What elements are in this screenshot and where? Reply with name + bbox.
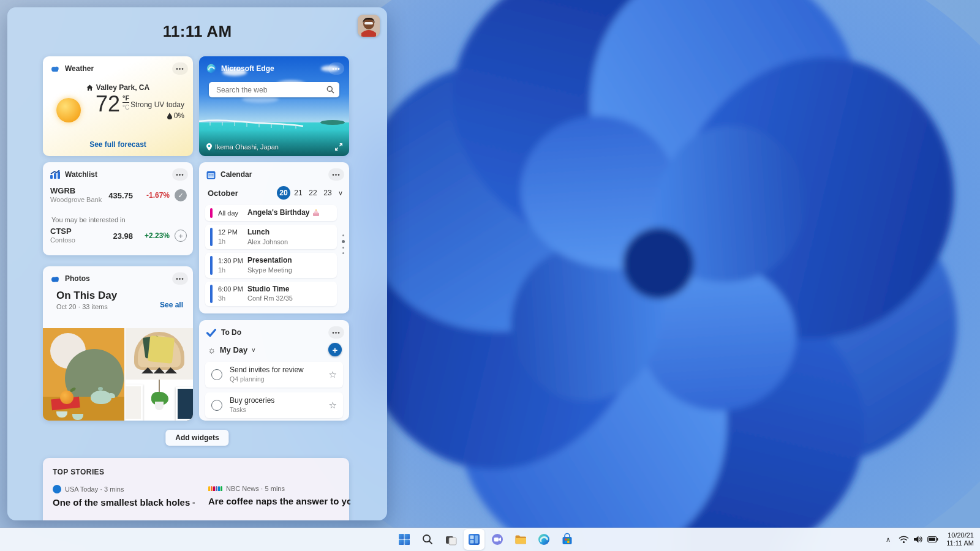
task-row-send-invites[interactable]: Send invites for review Q4 planning ☆ — [205, 362, 343, 388]
taskbar-date: 10/20/21 — [946, 531, 974, 539]
folder-icon — [514, 533, 527, 546]
news-story-usa-today[interactable]: USA Today · 3 mins One of the smallest b… — [53, 485, 195, 508]
weather-menu-button[interactable]: ••• — [172, 62, 188, 75]
search-input[interactable] — [215, 85, 326, 95]
photos-menu-button[interactable]: ••• — [172, 272, 188, 285]
stock-company: Contoso — [50, 236, 113, 244]
edge-logo-icon — [206, 64, 216, 73]
task-row-buy-groceries[interactable]: Buy groceries Tasks ☆ — [205, 392, 343, 418]
expand-icon[interactable] — [334, 143, 343, 151]
todo-list-chevron-icon[interactable]: ∨ — [251, 347, 255, 353]
widgets-icon — [467, 533, 481, 546]
calendar-expand-chevron-icon[interactable]: ∨ — [338, 189, 343, 197]
top-stories-heading: TOP STORIES — [53, 468, 339, 476]
photos-title: Photos — [65, 274, 167, 283]
photos-widget[interactable]: Photos ••• On This Day Oct 20 · 33 items… — [43, 266, 193, 421]
calendar-event-lunch[interactable]: 12 PM 1h Lunch Alex Johnson — [205, 225, 337, 249]
panel-clock: 11:11 AM — [7, 22, 387, 41]
calendar-menu-button[interactable]: ••• — [328, 168, 344, 181]
event-subtitle: Skype Meeting — [247, 266, 292, 275]
temperature-value: 72 — [96, 93, 120, 115]
todo-title: To Do — [221, 328, 323, 337]
event-title: Presentation — [247, 256, 292, 266]
unit-fahrenheit-toggle[interactable]: °F — [123, 94, 129, 103]
stock-row-wgrb[interactable]: WGRB Woodgrove Bank 435.75 -1.67% ✓ — [50, 187, 187, 204]
todo-widget[interactable]: To Do ••• ☼ My Day ∨ + Send invites for … — [199, 320, 349, 421]
see-full-forecast-link[interactable]: See full forecast — [43, 140, 193, 149]
user-avatar[interactable] — [358, 15, 380, 37]
weather-widget[interactable]: Weather ••• Valley Park, CA 72 °F °C Str… — [43, 56, 193, 156]
event-duration: 1h — [218, 266, 247, 275]
edge-logo-icon — [537, 533, 551, 546]
task-star-icon[interactable]: ☆ — [329, 400, 337, 411]
search-icon[interactable] — [326, 86, 334, 94]
task-checkbox[interactable] — [211, 400, 222, 411]
volume-icon[interactable] — [913, 535, 923, 544]
add-widgets-button[interactable]: Add widgets — [165, 430, 228, 446]
event-color-bar — [210, 228, 213, 246]
weather-cloud-icon — [50, 65, 60, 72]
calendar-day-23[interactable]: 23 — [321, 186, 334, 200]
todo-menu-button[interactable]: ••• — [328, 326, 344, 339]
battery-icon[interactable] — [927, 536, 938, 543]
widgets-panel: 11:11 AM Weather ••• — [7, 7, 387, 520]
story-headline: Are coffee naps the answer to your — [208, 496, 350, 506]
stock-symbol: WGRB — [50, 187, 108, 196]
story-source: NBC News · 5 mins — [226, 485, 285, 492]
wifi-icon[interactable] — [899, 535, 909, 544]
calendar-month: October — [208, 189, 276, 198]
edge-widget[interactable]: Microsoft Edge ••• Ikema Ohashi, Japan — [199, 56, 349, 156]
task-view-button[interactable] — [440, 529, 461, 550]
memory-photo-chair[interactable] — [126, 328, 193, 421]
calendar-event-studio[interactable]: 6:00 PM 3h Studio Time Conf Rm 32/35 — [205, 282, 337, 306]
event-title: Lunch — [247, 228, 270, 238]
memory-photo-still-life[interactable] — [43, 328, 124, 421]
add-to-watchlist-button[interactable]: + — [175, 230, 187, 242]
task-view-icon — [445, 533, 458, 546]
chat-button[interactable] — [487, 529, 508, 550]
widgets-button[interactable] — [464, 529, 484, 550]
photos-cloud-icon — [50, 276, 60, 282]
watched-check-button[interactable]: ✓ — [175, 189, 187, 201]
stock-price: 435.75 — [108, 191, 133, 200]
task-star-icon[interactable]: ☆ — [329, 369, 337, 380]
calendar-title: Calendar — [221, 170, 323, 179]
story-source: USA Today · 3 mins — [65, 485, 124, 493]
add-task-button[interactable]: + — [328, 343, 342, 356]
event-color-bar — [210, 256, 213, 274]
tray-overflow-chevron-icon[interactable]: ∧ — [882, 536, 894, 544]
edge-search-box[interactable] — [209, 82, 339, 97]
see-all-link[interactable]: See all — [160, 301, 183, 309]
calendar-day-21[interactable]: 21 — [292, 186, 305, 200]
news-story-nbc[interactable]: NBC News · 5 mins Are coffee naps the an… — [208, 485, 350, 508]
stock-change: -1.67% — [139, 191, 170, 200]
calendar-event-allday[interactable]: All day Angela's Birthday — [205, 205, 337, 221]
event-title: Studio Time — [247, 285, 289, 294]
calendar-event-presentation[interactable]: 1:30 PM 1h Presentation Skype Meeting — [205, 253, 337, 277]
watchlist-widget[interactable]: Watchlist ••• WGRB Woodgrove Bank 435.75… — [43, 162, 193, 255]
stock-row-ctsp[interactable]: CTSP Contoso 23.98 +2.23% + — [50, 227, 187, 244]
calendar-day-20[interactable]: 20 — [277, 186, 290, 200]
taskbar-search-button[interactable] — [417, 529, 438, 550]
chat-camera-icon — [491, 533, 504, 546]
file-explorer-button[interactable] — [510, 529, 531, 550]
usa-today-logo-icon — [53, 485, 61, 493]
watchlist-title: Watchlist — [65, 170, 167, 179]
desktop: 11:11 AM Weather ••• — [0, 0, 980, 551]
todo-list-name[interactable]: My Day — [220, 345, 248, 354]
stock-symbol: CTSP — [50, 227, 113, 236]
event-time: 1:30 PM — [218, 257, 247, 266]
taskbar-clock[interactable]: 10/20/21 11:11 AM — [946, 531, 974, 547]
event-time: All day — [218, 209, 247, 218]
watchlist-menu-button[interactable]: ••• — [172, 168, 188, 181]
calendar-day-22[interactable]: 22 — [306, 186, 320, 200]
edge-menu-button[interactable]: ••• — [328, 62, 344, 75]
unit-celsius-toggle[interactable]: °C — [123, 104, 129, 111]
calendar-widget[interactable]: Calendar ••• October 20 21 22 23 ∨ All d… — [199, 162, 349, 313]
edge-browser-button[interactable] — [533, 529, 554, 550]
start-button[interactable] — [394, 529, 415, 550]
task-checkbox[interactable] — [211, 369, 222, 380]
microsoft-store-button[interactable] — [557, 529, 578, 550]
event-time: 12 PM — [218, 228, 247, 237]
watchlist-chart-icon — [50, 170, 60, 179]
